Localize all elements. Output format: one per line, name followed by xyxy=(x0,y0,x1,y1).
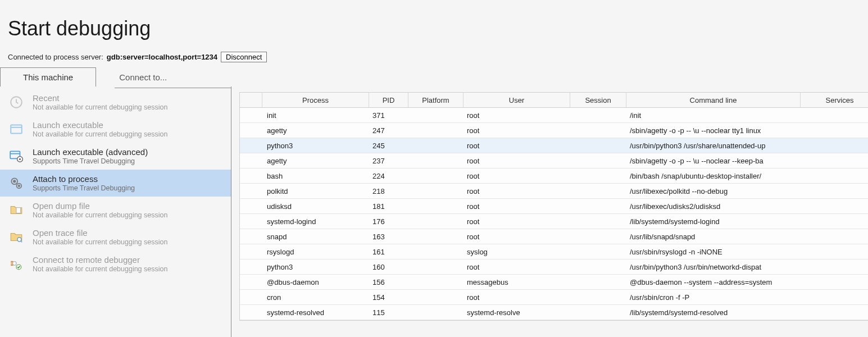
cell-cmd: /usr/lib/snapd/snapd xyxy=(626,233,801,241)
table-body: init371root/initagetty247root/sbin/agett… xyxy=(240,108,868,320)
col-spacer xyxy=(240,93,262,107)
col-platform[interactable]: Platform xyxy=(408,93,463,107)
cell-pid: 224 xyxy=(369,172,408,180)
table-header: Process PID Platform User Session Comman… xyxy=(240,93,868,108)
cell-pid: 176 xyxy=(369,217,408,226)
connection-row: Connected to process server: gdb:server=… xyxy=(0,51,868,67)
sidebar-item-launch-advanced[interactable]: Launch executable (advanced) Supports Ti… xyxy=(0,143,231,170)
sidebar-item-sub: Not available for current debugging sess… xyxy=(33,238,226,246)
table-row[interactable]: udisksd181root/usr/libexec/udisks2/udisk… xyxy=(240,199,868,214)
cell-user: root xyxy=(463,187,570,195)
cell-cmd: /bin/bash /snap/ubuntu-desktop-installer… xyxy=(626,172,801,180)
table-row[interactable]: rsyslogd161syslog/usr/sbin/rsyslogd -n -… xyxy=(240,244,868,259)
cell-pid: 371 xyxy=(369,111,408,120)
window-icon xyxy=(8,121,25,138)
tabs: This machine Connect to... xyxy=(0,67,231,86)
cell-user: root xyxy=(463,263,570,271)
cell-pid: 160 xyxy=(369,263,408,271)
cell-pid: 237 xyxy=(369,157,408,165)
table-row[interactable]: python3160root/usr/bin/python3 /usr/bin/… xyxy=(240,259,868,275)
process-table: Process PID Platform User Session Comman… xyxy=(239,92,868,321)
tab-connect-to[interactable]: Connect to... xyxy=(96,67,190,86)
cell-process: @dbus-daemon xyxy=(262,278,369,286)
table-row[interactable]: cron154root/usr/sbin/cron -f -P xyxy=(240,290,868,305)
cell-cmd: /init xyxy=(626,111,801,120)
sidebar-item-label: Connect to remote debugger xyxy=(33,255,226,265)
sidebar-item-label: Launch executable (advanced) xyxy=(33,147,226,157)
sidebar-item-attach[interactable]: Attach to process Supports Time Travel D… xyxy=(0,170,231,197)
sidebar-item-sub: Not available for current debugging sess… xyxy=(33,265,226,273)
table-row[interactable]: agetty247root/sbin/agetty -o -p -- \u --… xyxy=(240,123,868,138)
sidebar-item-label: Open dump file xyxy=(33,201,226,211)
cell-user: root xyxy=(463,233,570,241)
tab-this-machine[interactable]: This machine xyxy=(0,67,96,86)
cell-pid: 154 xyxy=(369,293,408,302)
disconnect-button[interactable]: Disconnect xyxy=(221,52,267,62)
table-row[interactable]: polkitd218root/usr/libexec/polkitd --no-… xyxy=(240,184,868,199)
sidebar-item-sub: Not available for current debugging sess… xyxy=(33,211,226,219)
table-row[interactable]: bash224root/bin/bash /snap/ubuntu-deskto… xyxy=(240,168,868,184)
sidebar-item-launch[interactable]: Launch executable Not available for curr… xyxy=(0,116,231,143)
cell-cmd: /lib/systemd/systemd-resolved xyxy=(626,308,801,317)
cell-user: root xyxy=(463,293,570,302)
col-process[interactable]: Process xyxy=(262,93,369,107)
cell-process: udisksd xyxy=(262,202,369,211)
table-row[interactable]: systemd-resolved115systemd-resolve/lib/s… xyxy=(240,305,868,320)
sidebar-item-label: Open trace file xyxy=(33,228,226,238)
table-row[interactable]: systemd-logind176root/lib/systemd/system… xyxy=(240,214,868,229)
cell-process: python3 xyxy=(262,263,369,271)
table-row[interactable]: snapd163root/usr/lib/snapd/snapd xyxy=(240,229,868,244)
svg-point-10 xyxy=(17,238,21,242)
cell-process: systemd-logind xyxy=(262,217,369,226)
cell-user: root xyxy=(463,126,570,135)
svg-rect-1 xyxy=(11,125,22,133)
col-session[interactable]: Session xyxy=(570,93,626,107)
left-panel: This machine Connect to... Recent Not av… xyxy=(0,67,231,337)
col-cmd[interactable]: Command line xyxy=(626,93,801,107)
col-user[interactable]: User xyxy=(463,93,570,107)
sidebar-item-label: Attach to process xyxy=(33,174,226,184)
sidebar-item-sub: Supports Time Travel Debugging xyxy=(33,184,226,192)
sidebar-item-recent[interactable]: Recent Not available for current debuggi… xyxy=(0,89,231,116)
cell-user: root xyxy=(463,157,570,165)
cell-process: bash xyxy=(262,172,369,180)
cell-user: root xyxy=(463,111,570,120)
cell-process: polkitd xyxy=(262,187,369,195)
cell-process: rsyslogd xyxy=(262,248,369,256)
right-panel: Process PID Platform User Session Comman… xyxy=(231,67,868,321)
cell-user: root xyxy=(463,202,570,211)
cell-pid: 247 xyxy=(369,126,408,135)
cell-cmd: /usr/sbin/rsyslogd -n -iNONE xyxy=(626,248,801,256)
sidebar-item-remote[interactable]: Connect to remote debugger Not available… xyxy=(0,251,231,277)
cell-process: init xyxy=(262,111,369,120)
sidebar-item-open-trace[interactable]: Open trace file Not available for curren… xyxy=(0,224,231,251)
svg-point-11 xyxy=(13,262,17,266)
cell-user: root xyxy=(463,217,570,226)
table-row[interactable]: python3245root/usr/bin/python3 /usr/shar… xyxy=(240,138,868,153)
cell-cmd: /sbin/agetty -o -p -- \u --noclear tty1 … xyxy=(626,126,801,135)
cell-cmd: /lib/systemd/systemd-logind xyxy=(626,217,801,226)
cell-process: cron xyxy=(262,293,369,302)
page-title: Start debugging xyxy=(0,0,868,51)
table-row[interactable]: init371root/init xyxy=(240,108,868,123)
action-list: Recent Not available for current debuggi… xyxy=(0,86,231,337)
connection-label: Connected to process server: xyxy=(8,53,103,61)
table-row[interactable]: @dbus-daemon156messagebus@dbus-daemon --… xyxy=(240,275,868,290)
svg-point-4 xyxy=(19,158,21,160)
table-row[interactable]: agetty237root/sbin/agetty -o -p -- \u --… xyxy=(240,153,868,168)
sidebar-item-sub: Supports Time Travel Debugging xyxy=(33,157,226,165)
cell-user: root xyxy=(463,172,570,180)
col-services[interactable]: Services xyxy=(801,93,868,107)
cell-cmd: /usr/bin/python3 /usr/bin/networkd-dispa… xyxy=(626,263,801,271)
remote-plug-icon xyxy=(8,256,25,272)
cell-cmd: /usr/bin/python3 /usr/share/unattended-u… xyxy=(626,142,801,150)
sidebar-item-sub: Not available for current debugging sess… xyxy=(33,103,226,111)
col-pid[interactable]: PID xyxy=(369,93,408,107)
cell-process: python3 xyxy=(262,142,369,150)
cell-pid: 218 xyxy=(369,187,408,195)
cell-pid: 245 xyxy=(369,142,408,150)
sidebar-item-label: Launch executable xyxy=(33,120,226,130)
cell-process: agetty xyxy=(262,157,369,165)
sidebar-item-open-dump[interactable]: Open dump file Not available for current… xyxy=(0,197,231,224)
cell-pid: 181 xyxy=(369,202,408,211)
